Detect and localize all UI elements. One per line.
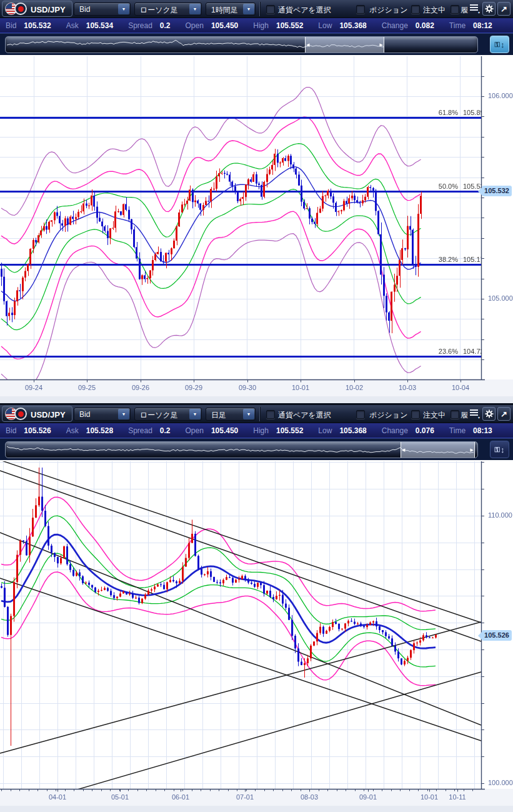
chevron-down-icon[interactable]: ▼ [189, 409, 201, 419]
navigator-track[interactable]: ◀ ▶ [5, 441, 478, 458]
quote-value: 0.2 [160, 21, 171, 30]
japan-flag-icon [14, 3, 27, 15]
pair-label: USD/JPY [31, 410, 66, 419]
chart-daily: 105.526 [0, 460, 513, 812]
navigator-track[interactable]: ◀ ▶ [5, 36, 478, 53]
quote-value: 105.450 [211, 426, 238, 435]
gear-icon [485, 409, 494, 418]
expand-icon: ↗ [501, 410, 507, 418]
lock-icon: ⚿ [495, 446, 500, 453]
quote-bar-daily: Bid105.526 Ask105.528 Spread0.2 Open105.… [0, 423, 513, 438]
quote-value: 105.368 [339, 426, 366, 435]
popout-button[interactable]: ↗ [497, 2, 511, 16]
quote-value: 0.2 [160, 426, 171, 435]
quote-value: 08:12 [473, 21, 492, 30]
current-price-badge: 105.526 [482, 630, 512, 641]
chart-type-dropdown[interactable]: ローソク足 ▼ [134, 408, 202, 421]
updown-arrow-icon: ↕ [501, 41, 505, 49]
history-label: 履 [461, 410, 468, 421]
currency-pair-button[interactable]: USD/JPY [2, 406, 72, 422]
quote-value: 0.082 [416, 21, 434, 30]
japan-flag-icon [14, 408, 27, 420]
quote-label: Ask [66, 21, 79, 30]
scale-lock-button[interactable]: ⚿ ↕ [490, 441, 509, 458]
price-type-dropdown[interactable]: Bid ▼ [74, 3, 131, 16]
select-pair-checkbox[interactable] [266, 5, 275, 14]
history-label: 履 [461, 5, 468, 16]
currency-pair-button[interactable]: USD/JPY [2, 1, 72, 17]
history-list-icon[interactable]: ▾ [470, 409, 478, 418]
history-checkbox[interactable] [451, 410, 459, 419]
chart-hourly-canvas[interactable] [0, 55, 513, 403]
scale-lock-button[interactable]: ⚿ ↕ [490, 36, 509, 53]
order-checkbox[interactable] [411, 5, 420, 14]
quote-label: High [253, 21, 269, 30]
timeframe-dropdown[interactable]: 日足 ▼ [206, 408, 256, 421]
quote-label: Time [449, 21, 466, 30]
pair-label: USD/JPY [31, 5, 66, 14]
quote-label: Spread [128, 426, 152, 435]
quote-label: Open [186, 426, 204, 435]
scroll-left-icon[interactable]: ◀ [306, 42, 309, 48]
quote-value: 105.532 [24, 21, 51, 30]
toolbar-separator [259, 407, 261, 421]
price-type-dropdown[interactable]: Bid ▼ [74, 408, 131, 421]
chevron-down-icon[interactable]: ▼ [118, 409, 129, 419]
timeframe-dropdown[interactable]: 1時間足 ▼ [206, 3, 256, 16]
settings-button[interactable] [482, 407, 496, 421]
chart-daily-canvas[interactable] [0, 460, 513, 812]
quote-value: 105.552 [276, 426, 303, 435]
expand-icon: ↗ [501, 5, 507, 13]
scroll-left-icon[interactable]: ◀ [402, 447, 405, 453]
chevron-down-icon[interactable]: ▼ [189, 4, 201, 14]
chevron-down-icon[interactable]: ▼ [243, 409, 254, 419]
position-checkbox[interactable] [356, 5, 365, 14]
toolbar-separator [259, 2, 261, 16]
quote-value: 105.534 [86, 21, 113, 30]
quote-label: Spread [128, 21, 152, 30]
quote-label: Bid [6, 426, 16, 435]
quote-label: Low [318, 426, 332, 435]
quote-label: Ask [66, 426, 79, 435]
navigator-window[interactable]: ◀ ▶ [401, 442, 475, 458]
trading-app: USD/JPY Bid ▼ ローソク足 ▼ 1時間足 ▼ 通貨ペアを選択 ポジシ… [0, 0, 513, 812]
navigator-window[interactable]: ◀ ▶ [305, 37, 384, 53]
order-label: 注文中 [423, 5, 446, 16]
quote-bar-hourly: Bid105.532 Ask105.534 Spread0.2 Open105.… [0, 18, 513, 33]
history-list-icon[interactable]: ▾ [470, 4, 478, 13]
quote-label: Time [449, 426, 466, 435]
select-pair-checkbox[interactable] [266, 410, 275, 419]
quote-value: 105.552 [276, 21, 303, 30]
settings-button[interactable] [482, 2, 496, 16]
quote-value: 105.528 [86, 426, 113, 435]
quote-value: 0.076 [416, 426, 434, 435]
toolbar-daily: USD/JPY Bid ▼ ローソク足 ▼ 日足 ▼ 通貨ペアを選択 ポジション… [0, 405, 513, 423]
quote-label: High [253, 426, 269, 435]
quote-value: 105.526 [24, 426, 51, 435]
current-price-badge: 105.532 [482, 186, 512, 196]
position-checkbox[interactable] [356, 410, 365, 419]
navigator-sparkline [6, 37, 478, 53]
chart-hourly: 105.532 [0, 55, 513, 403]
quote-label: Open [186, 21, 204, 30]
position-label: ポジション [369, 5, 407, 16]
select-pair-label: 通貨ペアを選択 [278, 410, 331, 421]
order-checkbox[interactable] [411, 410, 420, 419]
select-pair-label: 通貨ペアを選択 [278, 5, 331, 16]
order-label: 注文中 [423, 410, 446, 421]
quote-label: Change [382, 426, 408, 435]
position-label: ポジション [369, 410, 407, 421]
popout-button[interactable]: ↗ [497, 407, 511, 421]
quote-value: 08:13 [473, 426, 492, 435]
navigator-daily: ◀ ▶ ⚿ ↕ [0, 438, 513, 460]
quote-label: Low [318, 21, 332, 30]
history-checkbox[interactable] [451, 5, 459, 14]
scroll-right-icon[interactable]: ▶ [471, 447, 474, 453]
lock-icon: ⚿ [495, 41, 500, 48]
quote-value: 105.450 [211, 21, 238, 30]
quote-label: Change [382, 21, 408, 30]
scroll-right-icon[interactable]: ▶ [380, 42, 383, 48]
chevron-down-icon[interactable]: ▼ [118, 4, 129, 14]
chart-type-dropdown[interactable]: ローソク足 ▼ [134, 3, 202, 16]
chevron-down-icon[interactable]: ▼ [243, 4, 254, 14]
